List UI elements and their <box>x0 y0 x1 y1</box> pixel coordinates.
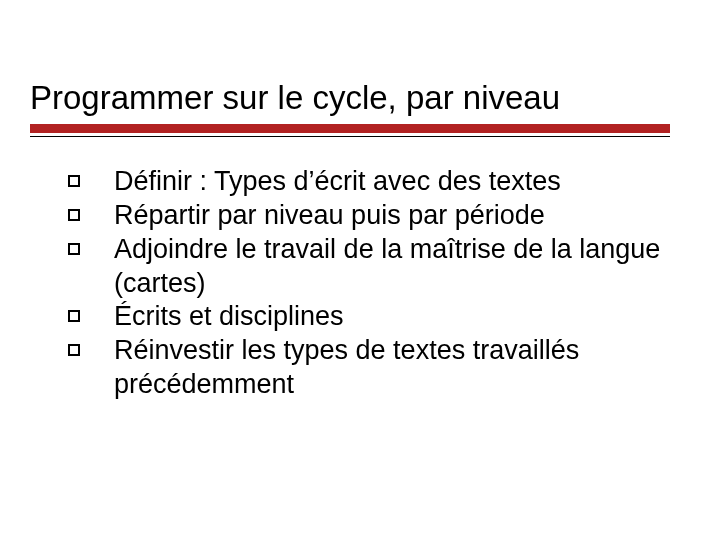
list-item: Réinvestir les types de textes travaillé… <box>66 334 690 402</box>
square-bullet-icon <box>68 344 80 356</box>
red-bar <box>30 124 670 133</box>
square-bullet-icon <box>68 209 80 221</box>
title-separator <box>30 124 670 137</box>
list-item-text: Écrits et disciplines <box>114 301 344 331</box>
square-bullet-icon <box>68 310 80 322</box>
list-item-text: Répartir par niveau puis par période <box>114 200 545 230</box>
square-bullet-icon <box>68 243 80 255</box>
list-item: Adjoindre le travail de la maîtrise de l… <box>66 233 690 301</box>
list-item-text: Définir : Types d’écrit avec des textes <box>114 166 561 196</box>
list-item: Écrits et disciplines <box>66 300 690 334</box>
list-item-text: Réinvestir les types de textes travaillé… <box>114 335 579 399</box>
square-bullet-icon <box>68 175 80 187</box>
slide-body: Définir : Types d’écrit avec des textes … <box>30 165 690 401</box>
bullet-list: Définir : Types d’écrit avec des textes … <box>66 165 690 401</box>
list-item: Définir : Types d’écrit avec des textes <box>66 165 690 199</box>
thin-line <box>30 136 670 137</box>
list-item: Répartir par niveau puis par période <box>66 199 690 233</box>
slide-title: Programmer sur le cycle, par niveau <box>30 80 690 116</box>
list-item-text: Adjoindre le travail de la maîtrise de l… <box>114 234 660 298</box>
